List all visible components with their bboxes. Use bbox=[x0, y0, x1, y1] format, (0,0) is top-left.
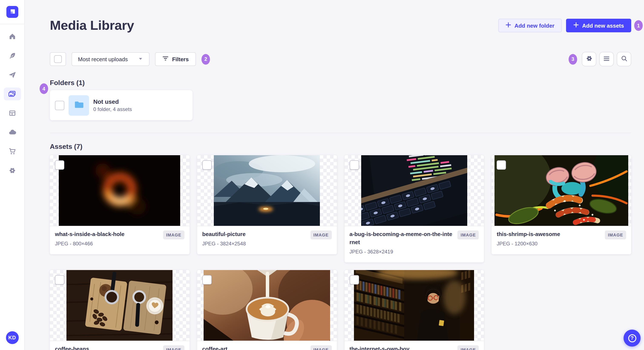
sidebar-item-deploy[interactable] bbox=[4, 126, 21, 139]
assets-section: Assets (7) bbox=[50, 143, 631, 350]
sidebar-divider bbox=[0, 24, 24, 24]
select-all-checkbox-tile[interactable] bbox=[50, 52, 66, 66]
asset-card-coffee-art[interactable]: coffee-art JPEG - 5824×3259 IMAGE bbox=[197, 270, 337, 350]
settings-icon bbox=[586, 55, 593, 63]
folder-checkbox[interactable] bbox=[55, 101, 64, 110]
toolbar: Most recent uploads Filters 2 3 bbox=[50, 52, 631, 66]
sort-dropdown[interactable]: Most recent uploads bbox=[72, 52, 150, 66]
home-icon bbox=[8, 33, 16, 40]
asset-card-bug-meme[interactable]: a-bug-is-becoming-a-meme-on-the-internet… bbox=[344, 155, 484, 262]
asset-type-badge: IMAGE bbox=[605, 230, 626, 239]
sidebar-item-releases[interactable] bbox=[4, 68, 21, 81]
asset-checkbox[interactable] bbox=[350, 160, 359, 170]
folders-section: Folders (1) 4 Not used 0 folder, 4 asset… bbox=[50, 79, 631, 120]
folder-card-not-used[interactable]: 4 Not used 0 folder, 4 assets bbox=[50, 90, 192, 120]
filter-icon bbox=[162, 56, 169, 62]
media-library-icon bbox=[8, 90, 16, 98]
asset-thumbnail bbox=[197, 155, 337, 226]
sidebar-item-marketplace[interactable] bbox=[4, 145, 21, 158]
coffee-beans-photo bbox=[67, 270, 173, 341]
main-content: Media Library Add new folder Add new ass… bbox=[24, 0, 644, 350]
annotation-badge-1: 1 bbox=[634, 20, 643, 31]
cart-icon bbox=[8, 148, 16, 155]
asset-name: a-bug-is-becoming-a-meme-on-the-internet bbox=[350, 230, 454, 246]
add-new-folder-button[interactable]: Add new folder bbox=[498, 19, 562, 32]
user-avatar[interactable]: KD bbox=[6, 331, 18, 344]
sidebar-nav bbox=[4, 30, 21, 331]
asset-thumbnail bbox=[50, 155, 190, 226]
paper-plane-icon bbox=[8, 71, 16, 79]
asset-card-black-hole[interactable]: what-s-inside-a-black-hole JPEG - 800×46… bbox=[50, 155, 190, 254]
media-library-page: KD Media Library Add new folder Add new … bbox=[0, 0, 644, 350]
asset-thumbnail bbox=[50, 270, 190, 341]
asset-caption: coffee-beans JPEG - 5021×3347 IMAGE bbox=[50, 341, 190, 350]
asset-card-shrimp[interactable]: this-shrimp-is-awesome JPEG - 1200×630 I… bbox=[492, 155, 632, 254]
asset-thumbnail bbox=[344, 155, 484, 226]
asset-meta: JPEG - 3628×2419 bbox=[350, 249, 479, 255]
annotation-badge-4: 4 bbox=[40, 83, 48, 94]
annotation-badge-2: 2 bbox=[202, 54, 210, 64]
asset-name: this-shrimp-is-awesome bbox=[497, 230, 602, 239]
asset-checkbox[interactable] bbox=[350, 275, 359, 284]
folder-name: Not used bbox=[93, 98, 132, 105]
folder-icon bbox=[73, 99, 84, 112]
coffee-art-photo bbox=[204, 270, 330, 341]
asset-meta: JPEG - 1200×630 bbox=[497, 241, 626, 247]
asset-type-badge: IMAGE bbox=[310, 230, 332, 239]
asset-thumbnail bbox=[492, 155, 632, 226]
list-view-button[interactable] bbox=[599, 52, 614, 66]
list-view-icon bbox=[603, 55, 610, 63]
search-icon bbox=[620, 55, 628, 63]
asset-card-beautiful-picture[interactable]: beautiful-picture JPEG - 3824×2548 IMAGE bbox=[197, 155, 337, 254]
asset-thumbnail bbox=[197, 270, 337, 341]
layout-icon bbox=[8, 109, 16, 117]
sidebar-item-home[interactable] bbox=[4, 30, 21, 43]
asset-checkbox[interactable] bbox=[202, 275, 212, 284]
asset-grid: what-s-inside-a-black-hole JPEG - 800×46… bbox=[50, 155, 631, 350]
asset-name: coffee-beans bbox=[55, 345, 160, 350]
laptop-code-photo bbox=[361, 155, 467, 226]
strapi-logo-icon[interactable] bbox=[6, 6, 18, 18]
assets-heading: Assets (7) bbox=[50, 143, 631, 151]
page-header: Media Library Add new folder Add new ass… bbox=[50, 18, 631, 33]
asset-checkbox[interactable] bbox=[55, 160, 64, 170]
add-new-assets-label: Add new assets bbox=[582, 22, 624, 29]
select-all-checkbox[interactable] bbox=[54, 55, 62, 63]
asset-checkbox[interactable] bbox=[497, 160, 506, 170]
folder-tile bbox=[68, 95, 89, 116]
filters-button[interactable]: Filters bbox=[155, 52, 196, 66]
sidebar-item-content[interactable] bbox=[4, 49, 21, 62]
strapi-logo-glyph bbox=[6, 6, 18, 18]
asset-type-badge: IMAGE bbox=[458, 345, 479, 350]
view-settings-button[interactable] bbox=[582, 52, 596, 66]
add-new-assets-button[interactable]: Add new assets bbox=[566, 19, 631, 32]
page-title: Media Library bbox=[50, 18, 134, 33]
asset-caption: what-s-inside-a-black-hole JPEG - 800×46… bbox=[50, 226, 190, 254]
asset-caption: this-shrimp-is-awesome JPEG - 1200×630 I… bbox=[492, 226, 632, 254]
sidebar-item-settings[interactable] bbox=[4, 164, 21, 177]
asset-card-internets-own-boy[interactable]: the-internet-s-own-boy JPEG - 1200×707 I… bbox=[344, 270, 484, 350]
asset-type-badge: IMAGE bbox=[458, 230, 479, 239]
sidebar-item-content-manager[interactable] bbox=[4, 107, 21, 120]
asset-meta: JPEG - 800×466 bbox=[55, 241, 184, 247]
asset-checkbox[interactable] bbox=[202, 160, 212, 170]
asset-card-coffee-beans[interactable]: coffee-beans JPEG - 5021×3347 IMAGE bbox=[50, 270, 190, 350]
asset-type-badge: IMAGE bbox=[163, 345, 184, 350]
section-divider bbox=[50, 133, 631, 133]
header-actions: Add new folder Add new assets 1 bbox=[498, 19, 631, 32]
sidebar-item-media-library[interactable] bbox=[4, 88, 21, 100]
asset-thumbnail bbox=[344, 270, 484, 341]
mountains-photo bbox=[214, 155, 320, 226]
plus-icon bbox=[506, 22, 511, 29]
asset-name: beautiful-picture bbox=[202, 230, 307, 239]
help-button[interactable]: ? bbox=[624, 330, 640, 347]
annotation-badge-3: 3 bbox=[568, 54, 577, 64]
search-button[interactable] bbox=[617, 52, 631, 66]
mantis-shrimp-photo bbox=[494, 155, 628, 226]
toolbar-left: Most recent uploads Filters 2 bbox=[50, 52, 210, 66]
asset-type-badge: IMAGE bbox=[310, 345, 332, 350]
sort-dropdown-value: Most recent uploads bbox=[78, 56, 128, 62]
asset-name: the-internet-s-own-boy bbox=[350, 345, 454, 350]
asset-checkbox[interactable] bbox=[55, 275, 64, 284]
sidebar: KD bbox=[0, 0, 25, 350]
